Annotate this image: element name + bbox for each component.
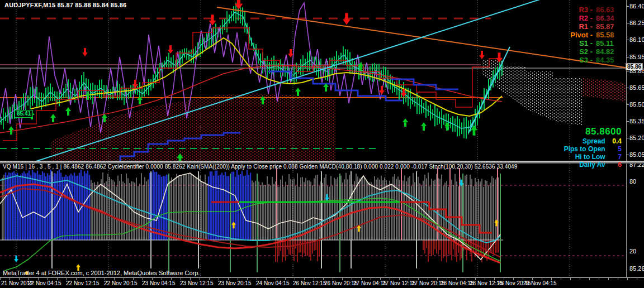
pivot-row: S2 -84.82 (570, 47, 621, 56)
pivot-label: S2 - (579, 47, 593, 56)
info-value: 6 (607, 161, 622, 169)
buy-arrow-icon (444, 122, 450, 131)
info-value: 5 (607, 145, 622, 153)
mt4-chart-window: AUDJPYFXF,M15 85.87 85.88 85.84 85.86 86… (0, 0, 644, 288)
date-axis-label: 23 Nov 12:15 (180, 280, 214, 286)
date-axis-label: 27 Nov 04:15 (353, 280, 387, 286)
pivot-value: 84.82 (596, 47, 621, 56)
market-info-panel: 85.8600 Spread 0.4Pips to Open 5Hi to Lo… (564, 126, 622, 169)
sell-arrow-icon (479, 51, 485, 59)
price-flag-label: 85.41 (15, 110, 33, 118)
date-axis-label: 24 Nov 04:15 (256, 280, 290, 286)
pivot-value: 85.87 (596, 22, 621, 31)
date-axis-label: 26 Nov 20:15 (324, 280, 358, 286)
info-label: Daily Av (579, 161, 607, 169)
ichimoku-cloud-future-red (583, 78, 626, 102)
pivot-label: Pivot - (570, 31, 593, 39)
pivot-row: R3 -86.63 (570, 6, 621, 14)
info-row: Spread 0.4 (564, 137, 622, 145)
info-value: 0.4 (607, 137, 622, 145)
date-axis-label: 28 Nov 04:15 (441, 280, 474, 286)
info-row: Daily Av 6 (564, 161, 622, 169)
date-axis-label: 22 Nov 04:15 (28, 280, 61, 286)
buy-arrow-icon (50, 114, 56, 122)
pivot-row: S3 -84.35 (570, 56, 621, 64)
date-axis[interactable]: 21 Nov 201222 Nov 04:1522 Nov 12:1522 No… (0, 278, 644, 288)
cyan-down-arrow-icon (14, 256, 18, 262)
chart-symbol-title: AUDJPYFXF,M15 85.87 85.88 85.84 85.86 (4, 2, 126, 8)
pivot-label: S1 - (579, 39, 593, 47)
info-row: Pips to Open 5 (564, 145, 622, 153)
buy-arrow-icon (8, 126, 14, 135)
date-axis-label: 23 Nov 04:15 (142, 280, 176, 286)
pivot-label: R2 - (579, 14, 593, 22)
sell-arrow-icon (82, 48, 88, 56)
pivot-row: R1 -85.87 (570, 22, 621, 31)
pivot-value: 85.58 (596, 31, 621, 39)
date-axis-label: 23 Nov 20:15 (218, 280, 252, 286)
copyright-text: MetaTrader 4 at FOREX.com, c 2001-2012, … (3, 270, 200, 276)
stochastic-level-lines (0, 185, 626, 256)
current-bid-price: 85.8600 (564, 126, 622, 137)
info-label: Pips to Open (564, 145, 607, 153)
pivot-row: Pivot -85.58 (570, 31, 621, 39)
info-label: Hi to Low (575, 153, 607, 161)
buy-arrow-icon (402, 118, 408, 127)
current-price-label: 85.86 (626, 63, 643, 70)
pivot-row: R2 -86.34 (570, 14, 621, 22)
cyan-down-arrow-icon (325, 194, 329, 201)
buy-arrow-icon (421, 122, 427, 131)
sell-arrow-icon (379, 86, 385, 94)
pivot-label: R1 - (579, 22, 593, 31)
date-axis-label: 29 Nov 04:15 (523, 280, 557, 286)
info-label: Spread (583, 137, 607, 145)
pivot-value: 86.63 (596, 6, 621, 14)
indicator-values-header: VQ M15 | 16 , 3 , 5 , 1 | 86.4862 86.486… (3, 164, 517, 170)
date-axis-label: 26 Nov 12:15 (293, 280, 326, 286)
indicator-chart-canvas[interactable] (0, 164, 644, 277)
buy-arrow-icon (65, 107, 71, 116)
info-value: 7 (607, 153, 622, 161)
pivot-value: 85.11 (596, 39, 621, 47)
pivot-value: 84.35 (596, 56, 621, 64)
date-axis-label: 22 Nov 12:15 (66, 280, 100, 286)
date-axis-label: 27 Nov 12:15 (382, 280, 416, 286)
date-axis-label: 22 Nov 20:15 (104, 280, 138, 286)
pivot-value: 86.34 (596, 14, 621, 22)
date-axis-label: 27 Nov 20:15 (411, 280, 445, 286)
pivot-label: S3 - (579, 56, 593, 64)
main-chart-canvas[interactable] (0, 0, 644, 161)
sell-arrow-icon (168, 45, 173, 54)
pivot-row: S1 -85.11 (570, 39, 621, 47)
pivot-label: R3 - (579, 6, 593, 14)
info-row: Hi to Low 7 (564, 153, 622, 161)
pivot-levels-panel: R3 -86.63R2 -86.34R1 -85.87Pivot -85.58S… (570, 6, 621, 64)
buy-arrow-icon (295, 88, 301, 96)
